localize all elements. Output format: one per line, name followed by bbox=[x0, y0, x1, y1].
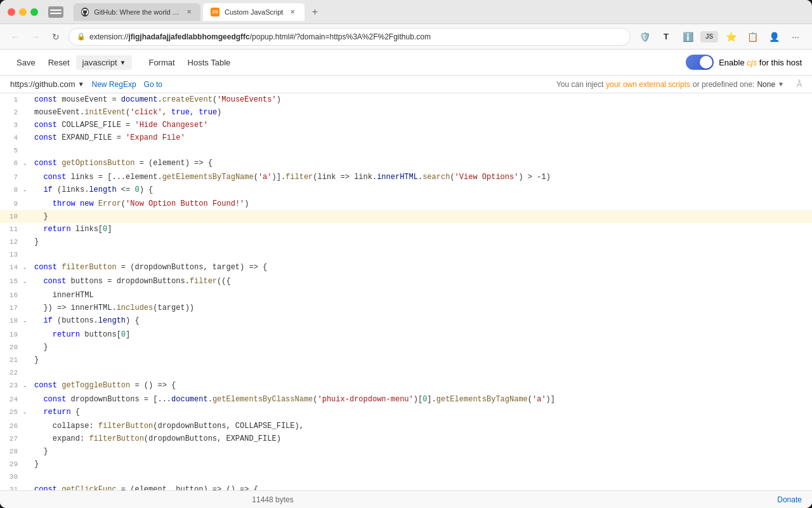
code-line-28: 28 } bbox=[0, 445, 812, 458]
host-selector[interactable]: https://github.com ▼ bbox=[10, 79, 84, 89]
tab-github-label: GitHub: Where the world build... bbox=[94, 8, 180, 16]
code-line-21: 21 } bbox=[0, 354, 812, 366]
code-line-12: 12 } bbox=[0, 236, 812, 248]
code-line-2: 2 mouseEvent.initEvent('click', true, tr… bbox=[0, 106, 812, 119]
github-icon bbox=[81, 8, 89, 17]
code-line-4: 4 const EXPAND_FILE = 'Expand File' bbox=[0, 131, 812, 144]
file-size-label: 11448 bytes bbox=[252, 495, 293, 504]
text-mode-button[interactable]: T bbox=[657, 28, 675, 46]
code-line-17: 17 }) => innerHTML.includes(target)) bbox=[0, 302, 812, 314]
popup-container: Save Reset javascript ▼ Format Hosts Tab… bbox=[0, 50, 812, 508]
code-line-22: 22 bbox=[0, 366, 812, 379]
code-line-16: 16 innerHTML bbox=[0, 289, 812, 302]
code-line-1: 1 const mouseEvent = document.createEven… bbox=[0, 93, 812, 106]
code-line-15: 15 - const buttons = dropdownButtons.fil… bbox=[0, 275, 812, 289]
code-lines: 1 const mouseEvent = document.createEven… bbox=[0, 93, 812, 490]
javascript-dropdown-icon: ▼ bbox=[120, 59, 126, 66]
back-button[interactable]: ← bbox=[8, 29, 23, 44]
title-bar: GitHub: Where the world build... ✕ JS Cu… bbox=[0, 0, 812, 24]
popup-footer: 11448 bytes Donate bbox=[0, 490, 812, 508]
code-line-24: 24 const dropdownButtons = [...document.… bbox=[0, 393, 812, 406]
user-icon[interactable]: 👤 bbox=[765, 28, 783, 46]
code-line-11: 11 return links[0] bbox=[0, 223, 812, 236]
code-line-27: 27 expand: filterButton(dropdownButtons,… bbox=[0, 432, 812, 445]
code-line-9: 9 throw new Error('Now Option Button Fou… bbox=[0, 197, 812, 210]
reading-list-icon[interactable]: 📋 bbox=[743, 28, 761, 46]
code-line-3: 3 const COLLAPSE_FILE = 'Hide Changeset' bbox=[0, 119, 812, 131]
format-button[interactable]: Format bbox=[142, 55, 181, 70]
reader-mode-button[interactable]: JS bbox=[700, 31, 718, 43]
resize-hint: Â bbox=[797, 80, 802, 89]
code-line-25: 25 - return { bbox=[0, 406, 812, 420]
sidebar-toggle-button[interactable] bbox=[48, 6, 63, 18]
cjs-label: cjs bbox=[747, 58, 757, 67]
tab-custom-js-label: Custom JavaScript bbox=[225, 8, 283, 16]
secure-icon: 🔒 bbox=[77, 32, 86, 41]
toggle-container: Enable cjs for this host bbox=[686, 55, 802, 70]
new-tab-button[interactable]: + bbox=[307, 4, 322, 20]
shield-icon[interactable]: 🛡️ bbox=[636, 28, 653, 46]
refresh-button[interactable]: ↻ bbox=[48, 29, 63, 44]
inject-external-scripts-link[interactable]: your own external scripts bbox=[606, 80, 690, 89]
code-editor[interactable]: 1 const mouseEvent = document.createEven… bbox=[0, 93, 812, 490]
code-line-5: 5 bbox=[0, 144, 812, 157]
forward-button[interactable]: → bbox=[28, 29, 43, 44]
javascript-dropdown[interactable]: javascript ▼ bbox=[76, 55, 133, 70]
code-line-6: 6 - const getOptionsButton = (element) =… bbox=[0, 157, 812, 171]
minimize-window-button[interactable] bbox=[19, 8, 27, 16]
extension-id: jfigjhadafajjafedlabbhomgeedgffc bbox=[128, 32, 249, 41]
tab-custom-js[interactable]: JS Custom JavaScript ✕ bbox=[203, 3, 304, 21]
hosts-table-button[interactable]: Hosts Table bbox=[181, 55, 237, 70]
tab-github-close[interactable]: ✕ bbox=[185, 8, 193, 17]
reset-button[interactable]: Reset bbox=[42, 55, 76, 70]
code-line-26: 26 collapse: filterButton(dropdownButton… bbox=[0, 420, 812, 432]
tab-custom-js-close[interactable]: ✕ bbox=[288, 8, 297, 17]
host-label: https://github.com bbox=[10, 79, 75, 89]
bookmarks-icon[interactable]: ⭐ bbox=[722, 28, 740, 46]
donate-button[interactable]: Donate bbox=[777, 495, 802, 504]
address-text: extension://jfigjhadafajjafedlabbhomgeed… bbox=[89, 32, 431, 41]
code-line-18: 18 - if (buttons.length) { bbox=[0, 314, 812, 328]
code-line-20: 20 } bbox=[0, 341, 812, 354]
info-button[interactable]: ℹ️ bbox=[679, 28, 697, 46]
code-line-30: 30 bbox=[0, 471, 812, 483]
inject-info: You can inject your own external scripts… bbox=[556, 80, 784, 89]
code-line-23: 23 - const getToggleButton = () => { bbox=[0, 379, 812, 393]
close-window-button[interactable] bbox=[8, 8, 15, 16]
tab-github[interactable]: GitHub: Where the world build... ✕ bbox=[74, 3, 200, 21]
code-line-14: 14 - const filterButton = (dropdownButto… bbox=[0, 261, 812, 275]
toolbar-actions: 🛡️ T ℹ️ JS ⭐ 📋 👤 ··· bbox=[636, 28, 804, 46]
code-line-13: 13 bbox=[0, 248, 812, 261]
enable-label: Enable cjs for this host bbox=[719, 58, 802, 67]
code-line-29: 29 } bbox=[0, 458, 812, 471]
code-line-19: 19 return buttons[0] bbox=[0, 328, 812, 341]
code-line-8: 8 - if (links.length <= 0) { bbox=[0, 184, 812, 197]
host-bar: https://github.com ▼ New RegExp Go to Yo… bbox=[0, 76, 812, 93]
code-line-10: 10 } bbox=[0, 210, 812, 223]
code-line-7: 7 const links = [...element.getElementsB… bbox=[0, 171, 812, 184]
javascript-label: javascript bbox=[82, 58, 117, 67]
go-to-button[interactable]: Go to bbox=[144, 80, 162, 89]
browser-window: GitHub: Where the world build... ✕ JS Cu… bbox=[0, 0, 812, 508]
inject-dropdown-button[interactable]: ▼ bbox=[778, 81, 784, 88]
address-field[interactable]: 🔒 extension://jfigjhadafajjafedlabbhomge… bbox=[69, 28, 631, 46]
enable-toggle[interactable] bbox=[686, 55, 714, 70]
inject-none-label: None bbox=[757, 80, 775, 89]
new-regexp-button[interactable]: New RegExp bbox=[92, 80, 136, 89]
code-line-31: 31 - const getClickFunc = (element, butt… bbox=[0, 483, 812, 490]
address-bar: ← → ↻ 🔒 extension://jfigjhadafajjafedlab… bbox=[0, 24, 812, 50]
extension-icon: JS bbox=[211, 8, 219, 17]
address-suffix: /popup.html#/?domain=https%3A%2F%2Fgithu… bbox=[250, 32, 431, 41]
save-button[interactable]: Save bbox=[10, 55, 42, 70]
traffic-lights bbox=[8, 8, 38, 16]
more-button[interactable]: ··· bbox=[787, 28, 804, 46]
host-dropdown-icon: ▼ bbox=[78, 81, 84, 88]
maximize-window-button[interactable] bbox=[30, 8, 38, 16]
tab-bar: GitHub: Where the world build... ✕ JS Cu… bbox=[74, 3, 799, 21]
popup-toolbar: Save Reset javascript ▼ Format Hosts Tab… bbox=[0, 50, 812, 76]
